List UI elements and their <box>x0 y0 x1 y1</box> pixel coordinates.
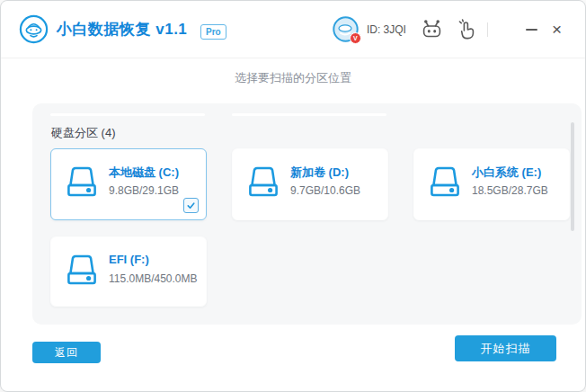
drive-icon <box>244 163 283 202</box>
page-title: 选择要扫描的分区位置 <box>1 70 585 86</box>
scroll-ghost-strip <box>50 113 205 116</box>
partition-card-e[interactable]: 小白系统 (E:) 18.5GB/28.7GB <box>413 148 570 220</box>
app-window: 小白数据恢复 v1.1 Pro V ID: 3JQI <box>0 0 586 392</box>
start-scan-button[interactable]: 开始扫描 <box>455 335 556 361</box>
partition-card-c[interactable]: 本地磁盘 (C:) 9.8GB/29.1GB <box>50 148 207 220</box>
vip-badge: V <box>350 32 361 44</box>
service-robot-icon[interactable] <box>421 19 443 40</box>
hamburger-menu-icon[interactable] <box>500 24 512 35</box>
partition-size: 115.0MB/450.0MB <box>109 272 198 285</box>
partition-name: 新加卷 (D:) <box>290 165 349 181</box>
section-label: 硬盘分区 (4) <box>51 125 116 141</box>
titlebar-controls: V ID: 3JQI <box>333 1 562 58</box>
title-bar: 小白数据恢复 v1.1 Pro V ID: 3JQI <box>1 1 585 58</box>
drive-icon <box>425 163 465 202</box>
user-id: ID: 3JQI <box>367 23 406 36</box>
partition-name: 本地磁盘 (C:) <box>109 165 179 181</box>
minimize-icon[interactable] <box>526 29 538 31</box>
close-icon[interactable]: × <box>552 21 562 38</box>
back-button[interactable]: 返回 <box>32 342 101 363</box>
app-title: 小白数据恢复 v1.1 <box>57 19 187 40</box>
partition-card-d[interactable]: 新加卷 (D:) 9.7GB/10.6GB <box>232 148 388 220</box>
app-logo-icon <box>19 14 49 44</box>
partition-size: 9.8GB/29.1GB <box>109 184 179 197</box>
vertical-scrollbar[interactable] <box>571 122 574 231</box>
scroll-ghost-strip <box>232 113 386 116</box>
hand-click-icon[interactable] <box>457 19 475 40</box>
drive-icon <box>62 163 102 202</box>
pro-badge: Pro <box>200 24 226 40</box>
partition-card-f[interactable]: EFI (F:) 115.0MB/450.0MB <box>50 236 207 307</box>
partition-size: 9.7GB/10.6GB <box>290 184 360 197</box>
partition-checkbox-checked[interactable] <box>183 198 199 213</box>
drive-icon <box>62 251 102 290</box>
titlebar-divider <box>487 22 488 37</box>
user-avatar[interactable]: V <box>333 16 359 42</box>
partition-size: 18.5GB/28.7GB <box>472 184 548 197</box>
partition-panel: 硬盘分区 (4) 本地磁盘 (C:) 9.8GB/29.1GB <box>32 103 582 325</box>
partition-name: 小白系统 (E:) <box>472 165 541 181</box>
partition-name: EFI (F:) <box>109 253 149 266</box>
